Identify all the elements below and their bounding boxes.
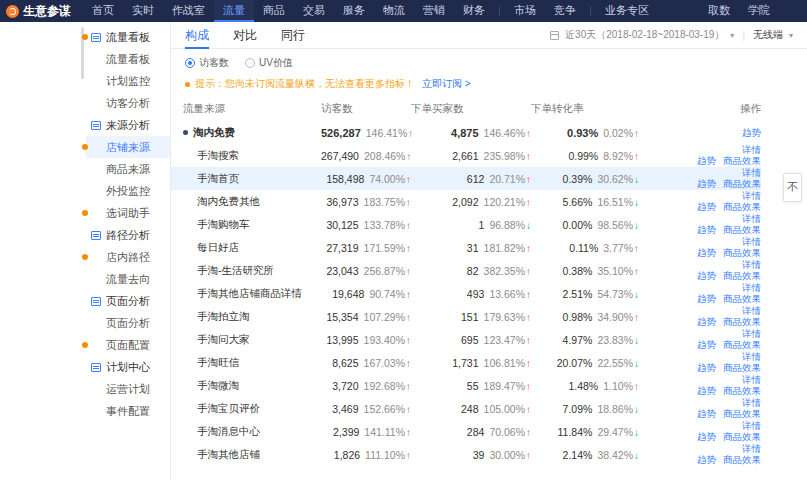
- sidebar-item-external-monitor[interactable]: 外投监控: [86, 180, 170, 202]
- tab-peers[interactable]: 同行: [281, 22, 305, 49]
- feedback-tab[interactable]: 不: [783, 173, 802, 202]
- sidebar-item-visitor-analysis[interactable]: 访客分析: [86, 92, 170, 114]
- nav-item-trade[interactable]: 交易: [294, 0, 334, 22]
- nav-item-product[interactable]: 商品: [254, 0, 294, 22]
- tab-composition[interactable]: 构成: [185, 22, 209, 49]
- table-row[interactable]: 手淘问大家13,995193.40%↑695123.47%↑4.97%23.83…: [171, 328, 761, 351]
- trend-link[interactable]: 趋势: [697, 293, 716, 304]
- table-row[interactable]: 手淘首页158,49874.00%↑61220.71%↑0.39%30.62%↓…: [171, 167, 761, 190]
- detail-link[interactable]: 详情: [742, 420, 761, 431]
- product-effect-link[interactable]: 商品效果: [723, 270, 761, 281]
- table-row[interactable]: 手淘其他店铺1,826111.10%↑3930.00%↑2.14%38.42%↓…: [171, 443, 761, 466]
- nav-item-realtime[interactable]: 实时: [123, 0, 163, 22]
- nav-item-academy[interactable]: 学院: [739, 0, 779, 22]
- expand-dot-icon[interactable]: [183, 130, 188, 135]
- trend-link[interactable]: 趋势: [742, 127, 761, 138]
- sidebar-group-traffic-dashboard[interactable]: 流量看板: [86, 26, 170, 48]
- nav-item-war-room[interactable]: 作战室: [163, 0, 214, 22]
- sidebar-item-page-analysis[interactable]: 页面分析: [86, 312, 170, 334]
- nav-item-traffic[interactable]: 流量: [214, 0, 254, 22]
- detail-link[interactable]: 详情: [742, 443, 761, 454]
- trend-link[interactable]: 趋势: [697, 178, 716, 189]
- trend-link[interactable]: 趋势: [697, 431, 716, 442]
- detail-link[interactable]: 详情: [742, 351, 761, 362]
- nav-item-logistics[interactable]: 物流: [374, 0, 414, 22]
- detail-link[interactable]: 详情: [742, 190, 761, 201]
- trend-link[interactable]: 趋势: [697, 270, 716, 281]
- nav-item-business-zone[interactable]: 业务专区: [596, 0, 658, 22]
- detail-link[interactable]: 详情: [742, 282, 761, 293]
- sidebar-group-source-analysis[interactable]: 来源分析: [86, 114, 170, 136]
- trend-link[interactable]: 趋势: [697, 155, 716, 166]
- product-effect-link[interactable]: 商品效果: [723, 178, 761, 189]
- product-effect-link[interactable]: 商品效果: [723, 385, 761, 396]
- nav-item-service[interactable]: 服务: [334, 0, 374, 22]
- table-row[interactable]: 手淘购物车30,125133.78%↑196.88%↓0.00%98.56%↓详…: [171, 213, 761, 236]
- table-row[interactable]: 手淘旺信8,625167.03%↑1,731106.81%↑20.07%22.5…: [171, 351, 761, 374]
- nav-item-competition[interactable]: 竞争: [545, 0, 585, 22]
- table-row[interactable]: 手淘搜索267,490208.46%↑2,661235.98%↑0.99%8.9…: [171, 144, 761, 167]
- table-row[interactable]: 手淘微淘3,720192.68%↑55189.47%↑1.48%1.10%↑详情…: [171, 374, 761, 397]
- trend-link[interactable]: 趋势: [697, 247, 716, 258]
- nav-item-marketing[interactable]: 营销: [414, 0, 454, 22]
- app-logo[interactable]: 生意参谋: [0, 3, 83, 20]
- detail-link[interactable]: 详情: [742, 144, 761, 155]
- detail-link[interactable]: 详情: [742, 236, 761, 247]
- nav-item-market[interactable]: 市场: [505, 0, 545, 22]
- sidebar-item-word-helper[interactable]: 选词助手: [86, 202, 170, 224]
- table-row[interactable]: 手淘其他店铺商品详情19,64890.74%↑49313.66%↑2.51%54…: [171, 282, 761, 305]
- trend-link[interactable]: 趋势: [697, 385, 716, 396]
- table-row[interactable]: 淘内免费其他36,973183.75%↑2,092120.21%↑5.66%16…: [171, 190, 761, 213]
- product-effect-link[interactable]: 商品效果: [723, 201, 761, 212]
- metric-radio-uv-value[interactable]: UV价值: [245, 56, 293, 70]
- sidebar-group-page-analysis[interactable]: 页面分析: [86, 290, 170, 312]
- product-effect-link[interactable]: 商品效果: [723, 339, 761, 350]
- sidebar-item-traffic-dashboard[interactable]: 流量看板: [86, 48, 170, 70]
- detail-link[interactable]: 详情: [742, 397, 761, 408]
- channel-selector[interactable]: 无线端: [753, 28, 783, 42]
- trend-link[interactable]: 趋势: [697, 224, 716, 235]
- sidebar-item-shop-source[interactable]: 店铺来源: [86, 136, 170, 158]
- tab-compare[interactable]: 对比: [233, 22, 257, 49]
- table-row[interactable]: 手淘宝贝评价3,469152.66%↑248105.00%↑7.09%18.86…: [171, 397, 761, 420]
- sidebar-item-instore-path[interactable]: 店内路径: [86, 246, 170, 268]
- product-effect-link[interactable]: 商品效果: [723, 431, 761, 442]
- product-effect-link[interactable]: 商品效果: [723, 408, 761, 419]
- sidebar-item-traffic-destination[interactable]: 流量去向: [86, 268, 170, 290]
- detail-link[interactable]: 详情: [742, 374, 761, 385]
- trend-link[interactable]: 趋势: [697, 316, 716, 327]
- table-row[interactable]: 淘内免费526,287146.41%↑4,875146.46%↑0.93%0.0…: [171, 121, 761, 144]
- trend-link[interactable]: 趋势: [697, 454, 716, 465]
- detail-link[interactable]: 详情: [742, 167, 761, 178]
- table-row[interactable]: 手淘-生活研究所23,043256.87%↑82382.35%↑0.38%35.…: [171, 259, 761, 282]
- detail-link[interactable]: 详情: [742, 305, 761, 316]
- product-effect-link[interactable]: 商品效果: [723, 247, 761, 258]
- product-effect-link[interactable]: 商品效果: [723, 293, 761, 304]
- sidebar-item-operation-plan[interactable]: 运营计划: [86, 378, 170, 400]
- product-effect-link[interactable]: 商品效果: [723, 362, 761, 373]
- nav-item-data-fetch[interactable]: 取数: [699, 0, 739, 22]
- sidebar-item-plan-monitor[interactable]: 计划监控: [86, 70, 170, 92]
- nav-item-home[interactable]: 首页: [83, 0, 123, 22]
- product-effect-link[interactable]: 商品效果: [723, 454, 761, 465]
- trend-link[interactable]: 趋势: [697, 362, 716, 373]
- table-row[interactable]: 每日好店27,319171.59%↑31181.82%↑0.11%3.77%↑详…: [171, 236, 761, 259]
- trend-link[interactable]: 趋势: [697, 201, 716, 212]
- sidebar-group-plan-center[interactable]: 计划中心: [86, 356, 170, 378]
- trend-link[interactable]: 趋势: [697, 408, 716, 419]
- product-effect-link[interactable]: 商品效果: [723, 316, 761, 327]
- sidebar-item-product-source[interactable]: 商品来源: [86, 158, 170, 180]
- trend-link[interactable]: 趋势: [697, 339, 716, 350]
- product-effect-link[interactable]: 商品效果: [723, 224, 761, 235]
- date-range-selector[interactable]: 近30天（2018-02-18~2018-03-19）: [565, 28, 724, 42]
- sidebar-item-page-config[interactable]: 页面配置: [86, 334, 170, 356]
- table-row[interactable]: 手淘消息中心2,399141.11%↑28470.06%↑11.84%29.47…: [171, 420, 761, 443]
- metric-radio-visitors[interactable]: 访客数: [185, 56, 229, 70]
- sidebar-item-event-config[interactable]: 事件配置: [86, 400, 170, 422]
- detail-link[interactable]: 详情: [742, 213, 761, 224]
- detail-link[interactable]: 详情: [742, 259, 761, 270]
- subscribe-link[interactable]: 立即订阅 >: [422, 77, 471, 91]
- sidebar-group-path-analysis[interactable]: 路径分析: [86, 224, 170, 246]
- table-row[interactable]: 手淘拍立淘15,354107.29%↑151179.63%↑0.98%34.90…: [171, 305, 761, 328]
- nav-item-finance[interactable]: 财务: [454, 0, 494, 22]
